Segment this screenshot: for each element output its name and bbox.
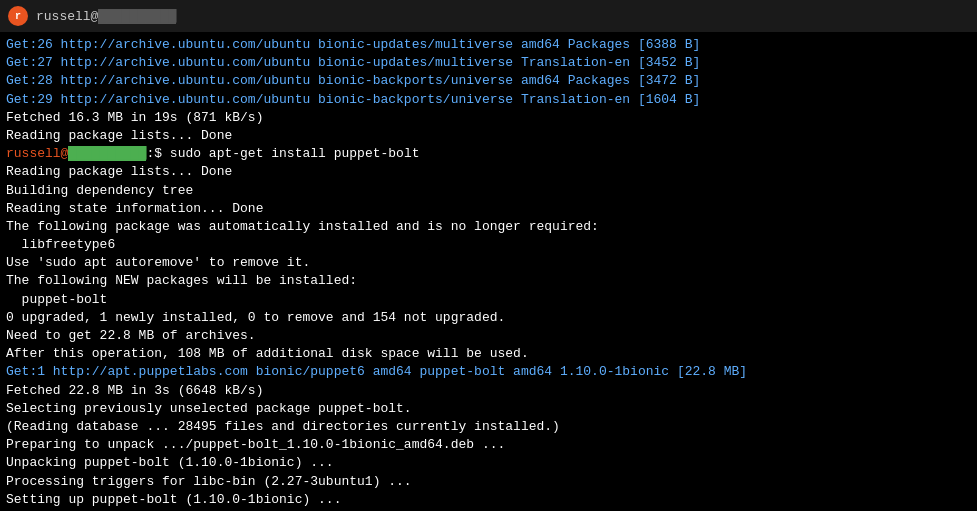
terminal-line: 0 upgraded, 1 newly installed, 0 to remo… — [6, 309, 971, 327]
terminal-line: Selecting previously unselected package … — [6, 400, 971, 418]
terminal-line: After this operation, 108 MB of addition… — [6, 345, 971, 363]
terminal-line: Reading package lists... Done — [6, 127, 971, 145]
terminal-line: Get:28 http://archive.ubuntu.com/ubuntu … — [6, 72, 971, 90]
terminal-line: russell@██████████:$ sudo apt-get instal… — [6, 145, 971, 163]
terminal-line: The following NEW packages will be insta… — [6, 272, 971, 290]
terminal-line: libfreetype6 — [6, 236, 971, 254]
terminal-line: Need to get 22.8 MB of archives. — [6, 327, 971, 345]
terminal-line: Get:29 http://archive.ubuntu.com/ubuntu … — [6, 91, 971, 109]
title-left: r russell@██████████ — [8, 6, 176, 26]
avatar: r — [8, 6, 28, 26]
title-bar: r russell@██████████ — [0, 0, 977, 32]
terminal-line: Reading state information... Done — [6, 200, 971, 218]
terminal-line: Get:27 http://archive.ubuntu.com/ubuntu … — [6, 54, 971, 72]
window-controls — [827, 0, 969, 32]
terminal-line: Reading package lists... Done — [6, 163, 971, 181]
terminal-line: puppet-bolt — [6, 291, 971, 309]
terminal-line: Preparing to unpack .../puppet-bolt_1.10… — [6, 436, 971, 454]
terminal-line: Fetched 16.3 MB in 19s (871 kB/s) — [6, 109, 971, 127]
terminal-line: Use 'sudo apt autoremove' to remove it. — [6, 254, 971, 272]
terminal-line: Unpacking puppet-bolt (1.10.0-1bionic) .… — [6, 454, 971, 472]
terminal-line: Get:1 http://apt.puppetlabs.com bionic/p… — [6, 363, 971, 381]
terminal-line: Setting up puppet-bolt (1.10.0-1bionic) … — [6, 491, 971, 509]
terminal-line: The following package was automatically … — [6, 218, 971, 236]
terminal: Get:26 http://archive.ubuntu.com/ubuntu … — [0, 32, 977, 511]
close-button[interactable] — [923, 0, 969, 32]
terminal-line: (Reading database ... 28495 files and di… — [6, 418, 971, 436]
title-text: russell@██████████ — [36, 9, 176, 24]
terminal-line: Fetched 22.8 MB in 3s (6648 kB/s) — [6, 382, 971, 400]
terminal-line: Processing triggers for libc-bin (2.27-3… — [6, 473, 971, 491]
restore-button[interactable] — [875, 0, 921, 32]
minimize-button[interactable] — [827, 0, 873, 32]
terminal-line: Get:26 http://archive.ubuntu.com/ubuntu … — [6, 36, 971, 54]
terminal-line: Building dependency tree — [6, 182, 971, 200]
